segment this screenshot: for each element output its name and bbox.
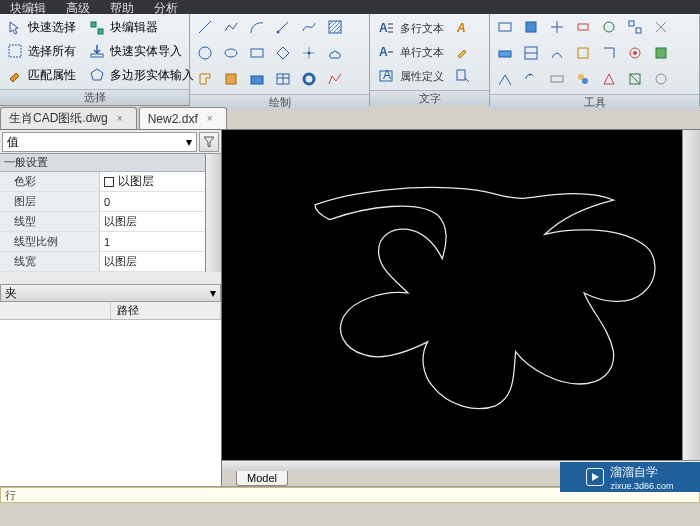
document-tab[interactable]: New2.dxf× bbox=[139, 107, 227, 129]
tool-icon[interactable] bbox=[624, 42, 646, 64]
quick-select-button[interactable]: 快速选择 bbox=[4, 17, 78, 39]
tool-icon[interactable] bbox=[572, 68, 594, 90]
folder-panel-header[interactable]: 夹▾ bbox=[0, 284, 221, 302]
svg-text:A: A bbox=[379, 21, 388, 35]
quick-entity-import-button[interactable]: 快速实体导入 bbox=[86, 40, 196, 62]
svg-rect-2 bbox=[98, 29, 103, 34]
property-row[interactable]: 线型比例1 bbox=[0, 232, 221, 252]
ray-icon[interactable] bbox=[272, 16, 294, 38]
tool-icon[interactable] bbox=[546, 16, 568, 38]
arc-icon[interactable] bbox=[246, 16, 268, 38]
select-all-button[interactable]: 选择所有 bbox=[4, 40, 78, 62]
scrollbar-vertical[interactable] bbox=[205, 154, 221, 272]
svg-point-46 bbox=[578, 74, 584, 80]
property-filter-button[interactable] bbox=[199, 132, 219, 152]
svg-point-47 bbox=[582, 78, 588, 84]
svg-text:A: A bbox=[383, 68, 391, 82]
mtext-button[interactable]: A多行文本 bbox=[374, 16, 444, 40]
tool-icon[interactable] bbox=[520, 16, 542, 38]
block-editor-button[interactable]: 块编辑器 bbox=[86, 17, 196, 39]
point-icon[interactable] bbox=[298, 42, 320, 64]
wipeout-icon[interactable] bbox=[246, 68, 268, 90]
tool-icon[interactable] bbox=[598, 68, 620, 90]
svg-marker-50 bbox=[592, 473, 599, 481]
tool-icon[interactable] bbox=[650, 68, 672, 90]
svg-point-43 bbox=[633, 51, 637, 55]
property-section-header[interactable]: 一般设置 bbox=[0, 154, 221, 172]
polyline-icon[interactable] bbox=[220, 16, 242, 38]
polygon-entity-input-button[interactable]: 多边形实体输入 bbox=[86, 64, 196, 86]
svg-rect-45 bbox=[551, 76, 563, 82]
table-icon[interactable] bbox=[272, 68, 294, 90]
tool-icon[interactable] bbox=[598, 42, 620, 64]
text-edit-icon[interactable] bbox=[452, 41, 474, 63]
ribbon: 快速选择 选择所有 匹配属性 块编辑器 快速实体导入 多边形实体输入 选择 bbox=[0, 14, 700, 106]
tool-icon[interactable] bbox=[624, 16, 646, 38]
ellipse-icon[interactable] bbox=[220, 42, 242, 64]
ribbon-group-draw: 绘制 bbox=[190, 14, 370, 105]
tool-icon[interactable] bbox=[650, 16, 672, 38]
close-icon[interactable]: × bbox=[114, 113, 126, 125]
circle-icon[interactable] bbox=[194, 42, 216, 64]
svg-point-35 bbox=[604, 22, 614, 32]
tool-icon[interactable] bbox=[598, 16, 620, 38]
polygon-tool-icon[interactable] bbox=[272, 42, 294, 64]
play-icon bbox=[586, 468, 604, 486]
tool-icon[interactable] bbox=[650, 42, 672, 64]
svg-rect-11 bbox=[251, 49, 263, 57]
column-header[interactable]: 路径 bbox=[111, 302, 222, 319]
menu-bar: 块编辑 高级 帮助 分析 bbox=[0, 0, 700, 14]
menu-item[interactable]: 帮助 bbox=[100, 0, 144, 14]
svg-rect-1 bbox=[91, 22, 96, 27]
property-selector[interactable]: 值▾ bbox=[2, 132, 197, 152]
region-icon[interactable] bbox=[194, 68, 216, 90]
tool-icon[interactable] bbox=[494, 42, 516, 64]
attrdef-button[interactable]: A属性定义 bbox=[374, 64, 444, 88]
svg-point-21 bbox=[304, 74, 314, 84]
tool-icon[interactable] bbox=[494, 68, 516, 90]
column-header[interactable] bbox=[0, 302, 111, 319]
drawing-canvas[interactable] bbox=[222, 130, 682, 460]
3dpoly-icon[interactable] bbox=[324, 68, 346, 90]
revision-cloud-icon[interactable] bbox=[324, 42, 346, 64]
tool-icon[interactable] bbox=[494, 16, 516, 38]
boundary-icon[interactable] bbox=[220, 68, 242, 90]
text-find-icon[interactable] bbox=[452, 65, 474, 87]
line-icon[interactable] bbox=[194, 16, 216, 38]
model-tab[interactable]: Model bbox=[236, 471, 288, 486]
spline-icon[interactable] bbox=[298, 16, 320, 38]
property-row[interactable]: 线宽以图层 bbox=[0, 252, 221, 272]
menu-item[interactable]: 块编辑 bbox=[0, 0, 56, 14]
donut-icon[interactable] bbox=[298, 68, 320, 90]
ribbon-group-label: 工具 bbox=[490, 94, 699, 110]
folder-columns: 路径 bbox=[0, 302, 221, 320]
close-icon[interactable]: × bbox=[204, 113, 216, 125]
ribbon-group-text: A多行文本 A单行文本 A属性定义 A 文字 bbox=[370, 14, 490, 105]
tool-icon[interactable] bbox=[546, 68, 568, 90]
tool-icon[interactable] bbox=[520, 42, 542, 64]
rectangle-icon[interactable] bbox=[246, 42, 268, 64]
block-icon bbox=[88, 19, 106, 37]
folder-list[interactable] bbox=[0, 320, 221, 486]
color-swatch bbox=[104, 177, 114, 187]
tool-icon[interactable] bbox=[546, 42, 568, 64]
scrollbar-vertical[interactable] bbox=[682, 130, 700, 460]
tool-icon[interactable] bbox=[624, 68, 646, 90]
canvas-area: Model bbox=[222, 130, 700, 486]
stext-icon: A bbox=[374, 41, 398, 63]
property-row[interactable]: 图层0 bbox=[0, 192, 221, 212]
property-row[interactable]: 线型以图层 bbox=[0, 212, 221, 232]
match-props-button[interactable]: 匹配属性 bbox=[4, 64, 78, 86]
stext-button[interactable]: A单行文本 bbox=[374, 40, 444, 64]
tool-icon[interactable] bbox=[572, 16, 594, 38]
tool-icon[interactable] bbox=[572, 42, 594, 64]
property-row[interactable]: 色彩以图层 bbox=[0, 172, 221, 192]
hatch-icon[interactable] bbox=[324, 16, 346, 38]
menu-item[interactable]: 分析 bbox=[144, 0, 188, 14]
svg-rect-41 bbox=[578, 48, 588, 58]
document-tab[interactable]: 生肖CAD图纸.dwg× bbox=[0, 107, 137, 129]
text-style-icon[interactable]: A bbox=[452, 17, 474, 39]
svg-point-10 bbox=[225, 49, 237, 57]
menu-item[interactable]: 高级 bbox=[56, 0, 100, 14]
tool-icon[interactable] bbox=[520, 68, 542, 90]
